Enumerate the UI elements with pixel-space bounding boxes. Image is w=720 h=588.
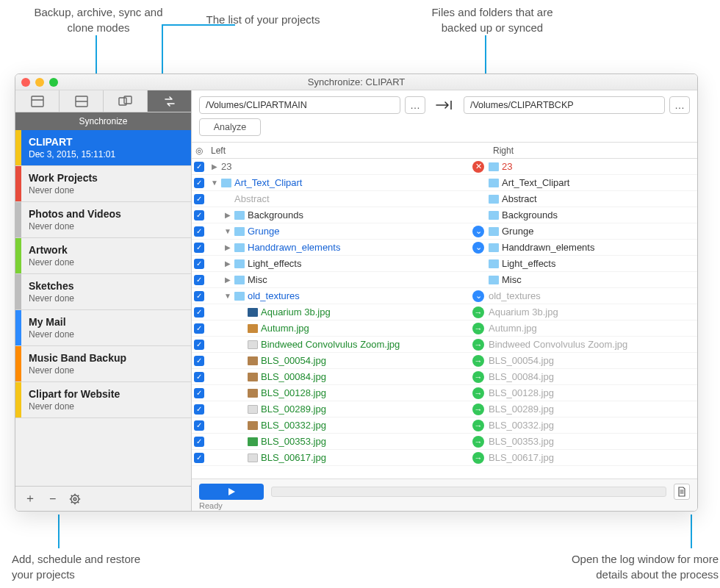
copy-right-icon[interactable]: → (472, 404, 484, 415)
row-checkbox[interactable]: ✓ (194, 356, 204, 366)
file-row[interactable]: ✓ BLS_00054.jpg → BLS_00054.jpg (192, 353, 697, 369)
row-checkbox[interactable]: ✓ (194, 210, 204, 220)
copy-right-icon[interactable]: → (472, 420, 484, 431)
copy-right-icon[interactable]: → (472, 339, 484, 351)
project-item[interactable]: My Mail Never done (15, 310, 191, 346)
file-row[interactable]: ✓ BLS_00289.jpg → BLS_00289.jpg (192, 401, 697, 417)
analyze-button[interactable]: Analyze (199, 118, 261, 136)
disclosure-icon[interactable]: ▼ (224, 227, 231, 235)
file-row[interactable]: ✓ Abstract Abstract (192, 191, 697, 207)
delete-icon[interactable]: ✕ (472, 161, 484, 173)
file-row[interactable]: ✓ BLS_00617.jpg → BLS_00617.jpg (192, 450, 697, 466)
row-checkbox[interactable]: ✓ (194, 243, 204, 253)
row-checkbox[interactable]: ✓ (194, 323, 204, 334)
disclosure-icon[interactable]: ▶ (224, 211, 231, 219)
expand-icon[interactable]: ⌄ (472, 226, 484, 237)
project-item[interactable]: CLIPART Dec 3, 2015, 15:11:01 (15, 130, 191, 166)
titlebar[interactable]: Synchronize: CLIPART (15, 74, 697, 90)
mode-clone-button[interactable] (104, 90, 148, 112)
add-project-button[interactable]: ＋ (24, 491, 36, 506)
row-checkbox[interactable]: ✓ (194, 340, 204, 350)
svg-line-14 (78, 495, 79, 495)
disclosure-icon[interactable]: ▶ (224, 259, 231, 268)
left-path-input[interactable]: /Volumes/CLIPARTMAIN (199, 96, 400, 114)
folder-icon (234, 292, 245, 301)
remove-project-button[interactable]: − (49, 492, 56, 506)
disclosure-icon[interactable]: ▼ (211, 179, 218, 187)
file-row[interactable]: ✓ ▼ Art_Text_Clipart Art_Text_Clipart (192, 175, 697, 191)
copy-right-icon[interactable]: → (472, 387, 484, 399)
row-checkbox[interactable]: ✓ (194, 307, 204, 318)
expand-icon[interactable]: ⌄ (472, 290, 484, 302)
project-stripe (15, 382, 21, 417)
file-row[interactable]: ✓ ▼ old_textures ⌄ old_textures (192, 288, 697, 304)
right-path-input[interactable]: /Volumes/CLIPARTBCKP (464, 96, 665, 114)
row-checkbox[interactable]: ✓ (194, 437, 204, 447)
row-checkbox[interactable]: ✓ (194, 372, 204, 382)
copy-right-icon[interactable]: → (472, 436, 484, 448)
settings-button[interactable] (69, 493, 81, 505)
file-row[interactable]: ✓ ▶ Backgrounds Backgrounds (192, 207, 697, 223)
expand-icon[interactable]: ⌄ (472, 242, 484, 254)
copy-right-icon[interactable]: → (472, 452, 484, 464)
project-item[interactable]: Music Band Backup Never done (15, 346, 191, 382)
project-item[interactable]: Artwork Never done (15, 238, 191, 274)
zoom-icon[interactable] (49, 78, 58, 87)
copy-right-icon[interactable]: → (472, 323, 484, 334)
left-filename: BLS_00617.jpg (261, 452, 326, 463)
file-row[interactable]: ✓ BLS_00353.jpg → BLS_00353.jpg (192, 434, 697, 450)
row-checkbox[interactable]: ✓ (194, 194, 204, 204)
disclosure-icon[interactable]: ▶ (224, 276, 231, 284)
file-row[interactable]: ✓ Bindweed Convolvulus Zoom.jpg → Bindwe… (192, 337, 697, 353)
file-row[interactable]: ✓ ▶ Misc Misc (192, 272, 697, 288)
direction-icon[interactable] (430, 96, 459, 114)
file-row[interactable]: ✓ Autumn.jpg → Autumn.jpg (192, 320, 697, 337)
project-subtitle: Never done (29, 293, 184, 304)
right-path-browse-button[interactable]: … (669, 96, 690, 114)
project-item[interactable]: Work Projects Never done (15, 166, 191, 202)
row-checkbox[interactable]: ✓ (194, 162, 204, 172)
mode-backup-button[interactable] (15, 90, 60, 112)
project-item[interactable]: Photos and Videos Never done (15, 202, 191, 238)
disclosure-icon[interactable]: ▶ (224, 243, 231, 251)
folder-icon (489, 243, 499, 252)
sidebar-footer: ＋ − (15, 486, 191, 511)
copy-right-icon[interactable]: → (472, 371, 484, 383)
left-path-browse-button[interactable]: … (405, 96, 425, 114)
run-button[interactable] (199, 484, 264, 500)
project-item[interactable]: Clipart for Website Never done (15, 382, 191, 418)
row-checkbox[interactable]: ✓ (194, 275, 204, 285)
disclosure-icon[interactable]: ▶ (211, 162, 218, 171)
left-filename: Grunge (248, 226, 279, 237)
project-name: Sketches (29, 280, 184, 292)
row-checkbox[interactable]: ✓ (194, 178, 204, 188)
row-checkbox[interactable]: ✓ (194, 259, 204, 269)
file-row[interactable]: ✓ ▶ 23 ✕ 23 (192, 159, 697, 175)
file-row[interactable]: ✓ ▶ Handdrawn_elements ⌄ Handdrawn_eleme… (192, 240, 697, 256)
left-column-header[interactable]: Left (206, 143, 468, 158)
file-row[interactable]: ✓ BLS_00332.jpg → BLS_00332.jpg (192, 417, 697, 434)
copy-right-icon[interactable]: → (472, 306, 484, 318)
minimize-icon[interactable] (35, 78, 44, 87)
file-row[interactable]: ✓ Aquarium 3b.jpg → Aquarium 3b.jpg (192, 304, 697, 320)
right-column-header[interactable]: Right (489, 143, 697, 158)
disclosure-icon[interactable]: ▼ (224, 292, 231, 300)
row-checkbox[interactable]: ✓ (194, 404, 204, 415)
log-button[interactable] (674, 484, 690, 500)
close-icon[interactable] (21, 78, 30, 87)
target-header-icon[interactable]: ◎ (192, 143, 206, 158)
mode-sync-button[interactable] (148, 90, 191, 112)
row-checkbox[interactable]: ✓ (194, 453, 204, 463)
project-item[interactable]: Sketches Never done (15, 274, 191, 310)
left-filename: Misc (248, 274, 267, 285)
file-row[interactable]: ✓ BLS_00084.jpg → BLS_00084.jpg (192, 369, 697, 385)
mode-archive-button[interactable] (60, 90, 104, 112)
row-checkbox[interactable]: ✓ (194, 420, 204, 431)
row-checkbox[interactable]: ✓ (194, 291, 204, 301)
file-row[interactable]: ✓ BLS_00128.jpg → BLS_00128.jpg (192, 385, 697, 401)
row-checkbox[interactable]: ✓ (194, 388, 204, 398)
row-checkbox[interactable]: ✓ (194, 226, 204, 237)
file-row[interactable]: ✓ ▶ Light_effects Light_effects (192, 256, 697, 272)
copy-right-icon[interactable]: → (472, 355, 484, 367)
file-row[interactable]: ✓ ▼ Grunge ⌄ Grunge (192, 223, 697, 240)
